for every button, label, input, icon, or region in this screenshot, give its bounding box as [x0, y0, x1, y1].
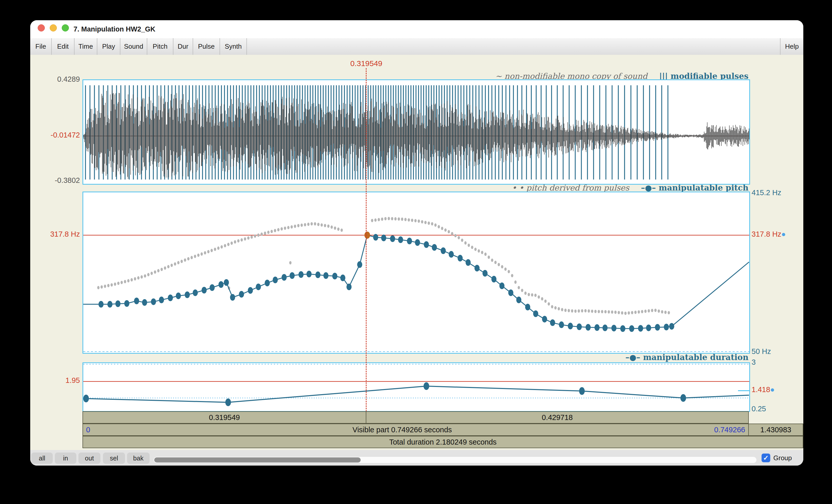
menu-sound[interactable]: Sound: [121, 38, 147, 55]
wave-mid-label: -0.01472: [30, 131, 80, 139]
selection-bar: 0.319549 0.429718: [82, 411, 749, 424]
menu-synth[interactable]: Synth: [220, 38, 247, 55]
group-checkbox[interactable]: ✓: [761, 454, 770, 462]
menu-file[interactable]: File: [30, 38, 52, 55]
zoom-in-button[interactable]: in: [55, 453, 76, 464]
menu-dur[interactable]: Dur: [174, 38, 193, 55]
pitch-ceiling-label: 415.2 Hz: [752, 188, 781, 197]
window-title: 7. Manipulation HW2_GK: [74, 20, 155, 38]
duration-panel[interactable]: [82, 362, 750, 412]
cursor-time-label: 0.319549: [328, 59, 405, 68]
total-bar: Total duration 2.180249 seconds: [82, 436, 803, 448]
title-bar: 7. Manipulation HW2_GK: [30, 20, 803, 38]
time-scrollbar-thumb[interactable]: [154, 457, 361, 462]
visible-part-label: Visible part 0.749266 seconds: [353, 426, 452, 434]
total-duration-cell[interactable]: Total duration 2.180249 seconds: [82, 436, 803, 448]
selection-right-cell[interactable]: 0.429718: [366, 411, 749, 424]
zoom-out-button[interactable]: out: [78, 453, 100, 464]
menu-play[interactable]: Play: [97, 38, 121, 55]
menu-spacer: [247, 38, 780, 55]
zoom-all-button[interactable]: all: [31, 453, 53, 464]
dur-cursor-label: 1.418●: [752, 386, 775, 394]
pitch-left-label: 317.8 Hz: [30, 230, 80, 238]
duration-legend: –●– manipulatable duration: [82, 353, 749, 362]
visible-end-time: 0.749266: [714, 426, 745, 434]
visible-part-cell[interactable]: 0 Visible part 0.749266 seconds 0.749266: [82, 424, 749, 436]
dur-max-label: 3: [752, 358, 756, 367]
pitch-floor-label: 50 Hz: [752, 347, 771, 356]
rest-duration-cell[interactable]: 1.430983: [749, 424, 803, 436]
time-scrollbar-track[interactable]: [154, 457, 756, 463]
menu-help[interactable]: Help: [780, 38, 803, 55]
visible-start-time: 0: [86, 426, 90, 434]
waveform-plot[interactable]: [83, 80, 749, 184]
zoom-window-button[interactable]: [62, 24, 69, 31]
menu-edit[interactable]: Edit: [52, 38, 75, 55]
close-window-button[interactable]: [38, 24, 45, 31]
screen: 7. Manipulation HW2_GK File Edit Time Pl…: [0, 0, 832, 504]
menu-pitch[interactable]: Pitch: [147, 38, 174, 55]
cursor-line[interactable]: [366, 68, 367, 412]
menu-pulse[interactable]: Pulse: [193, 38, 220, 55]
duration-plot[interactable]: [83, 363, 749, 411]
bottom-toolbar: all in out sel bak ✓ Group: [30, 450, 803, 466]
dur-min-label: 0.25: [752, 405, 766, 413]
visible-bar: 0 Visible part 0.749266 seconds 0.749266…: [82, 424, 803, 436]
pitch-panel[interactable]: [82, 191, 750, 354]
dur-left-label: 1.95: [30, 376, 80, 384]
menu-bar: File Edit Time Play Sound Pitch Dur Puls…: [30, 38, 803, 55]
pitch-plot[interactable]: [83, 192, 749, 353]
zoom-sel-button[interactable]: sel: [103, 453, 125, 464]
selection-left-cell[interactable]: 0.319549: [82, 411, 366, 424]
pitch-cursor-label: 317.8 Hz●: [752, 230, 786, 238]
wave-min-label: -0.3802: [30, 176, 80, 185]
manipulation-window: 7. Manipulation HW2_GK File Edit Time Pl…: [30, 20, 803, 466]
minimize-window-button[interactable]: [50, 24, 57, 31]
wave-max-label: 0.4289: [30, 75, 80, 83]
zoom-bak-button[interactable]: bak: [127, 453, 150, 464]
menu-time[interactable]: Time: [75, 38, 97, 55]
group-checkbox-label: Group: [773, 454, 792, 462]
waveform-panel[interactable]: [82, 79, 750, 185]
duration-legend-label: –●– manipulatable duration: [626, 353, 749, 362]
